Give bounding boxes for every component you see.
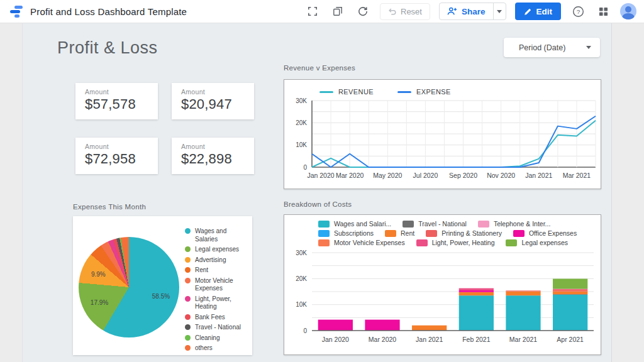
svg-text:Jan 2021: Jan 2021 <box>525 172 552 179</box>
legend-swatch <box>319 91 333 93</box>
svg-text:30K: 30K <box>296 97 307 104</box>
pie-chart-canvas[interactable]: 58.5%17.9%9.9% <box>79 237 179 337</box>
bar-legend-item[interactable]: Telephone & Inter... <box>478 220 550 228</box>
bar-legend-item[interactable]: Motor Vehicle Expenses <box>318 239 405 246</box>
scorecard-amount-4: Amount $22,898 <box>172 138 254 174</box>
pie-legend-item[interactable]: Wages and Salaries <box>185 228 249 243</box>
legend-swatch <box>402 221 414 228</box>
legend-label: Bank Fees <box>195 314 225 322</box>
legend-swatch <box>185 335 191 341</box>
scorecard-value: $57,578 <box>85 96 158 112</box>
legend-swatch <box>506 239 517 246</box>
share-options-dropdown[interactable] <box>493 3 506 19</box>
legend-label: Motor Vehicle Expenses <box>334 239 405 246</box>
pie-legend-item[interactable]: Light, Power, Heating <box>185 295 249 311</box>
bar-legend-item[interactable]: Rent <box>385 229 414 237</box>
bar-legend-item[interactable]: Travel - National <box>402 220 467 228</box>
legend-label: EXPENSE <box>416 88 451 96</box>
pie-slice-percent-label: 58.5% <box>152 292 170 299</box>
bar-chart-title: Breakdown of Costs <box>284 200 352 208</box>
bar-legend-item[interactable]: Light, Power, Heating <box>416 239 495 246</box>
line-chart-canvas[interactable]: 010K20K30KJan 2020Mar 2020May 2020Jul 20… <box>284 96 601 186</box>
legend-item-expense[interactable]: EXPENSE <box>397 88 451 96</box>
apps-grid-icon[interactable] <box>595 3 611 19</box>
user-avatar[interactable] <box>620 3 636 19</box>
svg-text:0: 0 <box>303 327 307 334</box>
chevron-down-icon <box>497 10 502 13</box>
bar-legend-item[interactable]: Legal expenses <box>506 239 568 246</box>
legend-label: Light, Power, Heating <box>432 239 495 246</box>
pie-legend-item[interactable]: Bank Fees <box>185 314 249 322</box>
scorecard-label: Amount <box>85 88 158 96</box>
scorecard-label: Amount <box>181 88 254 96</box>
legend-item-revenue[interactable]: REVENUE <box>319 88 374 96</box>
svg-text:Mar 2020: Mar 2020 <box>369 336 397 343</box>
scorecard-amount-1: Amount $57,578 <box>75 83 158 119</box>
pie-chart-title: Expenses This Month <box>73 203 146 211</box>
revenue-expenses-chart-card: REVENUEEXPENSE 010K20K30KJan 2020Mar 202… <box>284 79 601 189</box>
scorecard-value: $20,947 <box>181 96 254 112</box>
legend-swatch <box>185 296 191 302</box>
pie-legend-item[interactable]: Travel - National <box>185 324 249 332</box>
share-label: Share <box>462 7 486 16</box>
legend-swatch <box>426 230 437 237</box>
bar-chart-canvas[interactable]: Jan 2020Mar 2020Jan 2021Feb 2021Mar 2021… <box>284 246 601 352</box>
chevron-down-icon <box>586 46 591 49</box>
legend-label: Subscriptions <box>334 229 374 237</box>
legend-swatch <box>318 230 330 237</box>
expenses-pie-chart-card: 58.5%17.9%9.9% Wages and SalariesLegal e… <box>73 216 252 355</box>
pie-legend-item[interactable]: Cleaning <box>185 334 249 343</box>
legend-label: Travel - National <box>418 220 467 228</box>
legend-label: Cleaning <box>195 334 219 343</box>
legend-label: Light, Power, Heating <box>195 295 249 311</box>
reset-button[interactable]: Reset <box>380 3 430 20</box>
legend-swatch <box>318 239 330 246</box>
svg-text:0: 0 <box>303 164 307 171</box>
svg-text:Mar 2020: Mar 2020 <box>336 172 364 179</box>
share-button[interactable]: Share <box>440 3 493 19</box>
legend-label: REVENUE <box>338 88 374 96</box>
bar-chart-legend: Wages and Salari...Travel - NationalTele… <box>284 215 601 246</box>
fullscreen-icon[interactable] <box>304 3 321 19</box>
bar-legend-item[interactable]: Office Expenses <box>513 229 577 237</box>
help-icon[interactable]: ? <box>570 3 586 19</box>
bar-legend-item[interactable]: Subscriptions <box>318 229 374 237</box>
edit-button[interactable]: Edit <box>515 3 562 20</box>
legend-swatch <box>185 228 191 234</box>
reset-label: Reset <box>401 7 422 16</box>
scorecard-label: Amount <box>85 143 158 150</box>
period-date-filter[interactable]: Period (Date) <box>504 38 600 57</box>
legend-swatch <box>416 239 428 246</box>
pie-legend-item[interactable]: Advertising <box>185 256 249 265</box>
scorecard-label: Amount <box>181 143 254 150</box>
legend-swatch <box>478 221 489 228</box>
svg-text:Nov 2020: Nov 2020 <box>487 172 515 179</box>
legend-swatch <box>385 230 396 237</box>
scorecard-value: $22,898 <box>181 151 254 167</box>
pencil-icon <box>524 8 532 16</box>
svg-text:Mar 2021: Mar 2021 <box>509 336 538 343</box>
pie-legend-item[interactable]: Legal expenses <box>185 246 249 254</box>
svg-text:Sep 2020: Sep 2020 <box>449 172 477 179</box>
report-canvas: Profit & Loss Period (Date) Amount $57,5… <box>22 23 612 362</box>
svg-text:May 2020: May 2020 <box>373 172 402 179</box>
pie-legend-item[interactable]: Rent <box>185 266 249 275</box>
legend-label: Telephone & Inter... <box>494 220 550 228</box>
legend-label: Rent <box>195 266 208 275</box>
pie-legend-item[interactable]: Motor Vehicle Expenses <box>185 277 249 293</box>
report-title: Profit and Loss Dashboard Template <box>30 6 187 17</box>
pie-legend-item[interactable]: others <box>185 344 249 353</box>
copy-pages-icon[interactable] <box>330 3 346 19</box>
svg-text:Mar 2021: Mar 2021 <box>563 172 591 179</box>
pie-slice-percent-label: 17.9% <box>91 299 108 306</box>
svg-text:10K: 10K <box>296 301 307 308</box>
legend-label: Advertising <box>195 256 226 265</box>
cost-breakdown-chart-card: Wages and Salari...Travel - NationalTele… <box>284 214 601 355</box>
report-stage: Profit & Loss Period (Date) Amount $57,5… <box>0 23 644 362</box>
svg-text:Apr 2021: Apr 2021 <box>557 336 584 343</box>
legend-swatch <box>318 221 330 228</box>
bar-legend-item[interactable]: Printing & Stationery <box>426 229 502 237</box>
refresh-icon[interactable] <box>355 3 371 19</box>
bar-legend-item[interactable]: Wages and Salari... <box>318 220 391 228</box>
pie-slice-percent-label: 9.9% <box>91 271 106 278</box>
